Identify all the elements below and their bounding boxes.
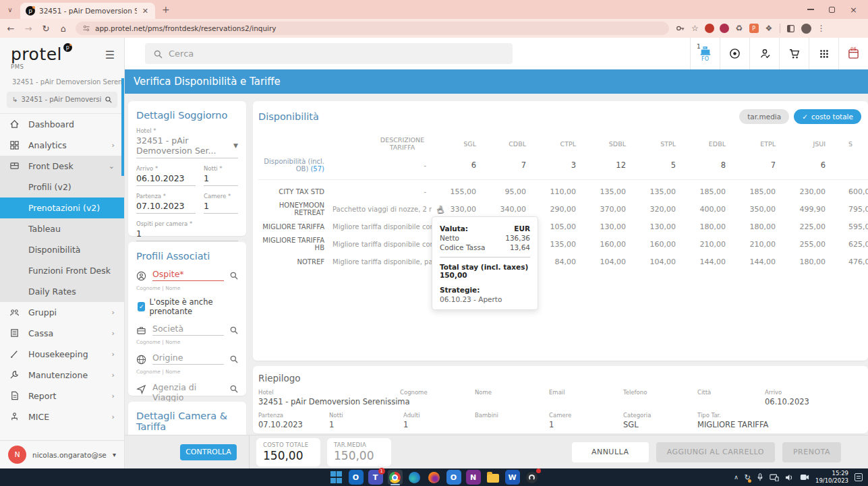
rate-cell[interactable]: 110,00 (531, 187, 581, 196)
rate-cell[interactable]: 210,00 (731, 240, 781, 249)
sidebar-item-analytics[interactable]: Analytics› (0, 135, 124, 156)
sidebar-menu-icon[interactable]: ☰ (105, 49, 115, 61)
forward-icon[interactable]: → (23, 24, 34, 34)
tab-search-icon[interactable]: ∨ (4, 3, 16, 16)
guest-is-booker-checkbox-row[interactable]: ✓L'ospite è anche prenotante (138, 297, 238, 316)
rate-cell[interactable]: 144,00 (731, 257, 781, 266)
rate-cell[interactable]: 290,00 (531, 205, 581, 214)
taskbar-edge[interactable] (407, 470, 422, 485)
calendar-button[interactable]: 06 (838, 38, 868, 69)
sidebar-item-gruppi[interactable]: Gruppi› (0, 302, 124, 323)
sidebar-scrollbar[interactable] (121, 78, 124, 176)
hotel-select[interactable]: 32451 - pAir Demoversion Ser...▼ (136, 134, 238, 158)
bookmark-star-icon[interactable]: ☆ (691, 24, 699, 33)
dark-red-circle-extension[interactable] (720, 24, 729, 33)
camera-icon[interactable] (800, 474, 809, 481)
ospiti-input[interactable]: 1 (136, 227, 238, 241)
profile-field-company[interactable]: Società (136, 324, 238, 337)
rate-cell[interactable]: 185,00 (731, 187, 781, 196)
rate-cell[interactable]: 84,00 (531, 257, 581, 266)
sidebar-item-manutenzione[interactable]: Manutenzione› (0, 365, 124, 386)
taskbar-clock[interactable]: 15:29 19/10/2023 (815, 470, 848, 484)
rate-cell[interactable]: 350,00 (731, 205, 781, 214)
search-icon[interactable] (229, 384, 238, 395)
sidebar-item-report[interactable]: Report› (0, 386, 124, 406)
rate-cell[interactable]: 155,00 (432, 187, 482, 196)
red-circle-extension[interactable] (705, 24, 714, 33)
rate-cell[interactable]: 370,00 (581, 205, 631, 214)
taskbar-obs[interactable] (525, 470, 540, 485)
sidebar-item-daily-rates[interactable]: Daily Rates (0, 281, 124, 302)
rate-cell[interactable]: 320,00 (631, 205, 681, 214)
back-icon[interactable]: ← (5, 24, 16, 34)
browser-menu-icon[interactable]: ⋮ (817, 24, 826, 33)
password-key-icon[interactable] (676, 24, 685, 33)
rate-cell[interactable]: 499,90 (781, 205, 831, 214)
availability-count-link[interactable]: (57) (310, 165, 324, 173)
taskbar-firefox[interactable] (427, 470, 442, 485)
rate-cell[interactable]: 795,0 (831, 205, 868, 214)
rate-cell[interactable]: 180,00 (681, 222, 731, 231)
speaker-icon[interactable] (785, 474, 794, 481)
rate-cell[interactable]: 340,00 (482, 205, 531, 214)
toggle-tar-media[interactable]: tar.media (739, 109, 789, 124)
rate-cell[interactable]: 595,0 (831, 222, 868, 231)
rate-cell[interactable]: 210,00 (681, 240, 731, 249)
home-icon[interactable]: ⌂ (58, 24, 69, 34)
browser-tab[interactable]: p 32451 - pAir Demoversion Sere ✕ (20, 3, 155, 19)
side-panel-icon[interactable] (786, 24, 795, 33)
rate-cell[interactable]: 180,00 (781, 257, 831, 266)
taskbar-chrome[interactable] (388, 470, 403, 485)
recycle-extension[interactable]: ♻ (734, 24, 744, 33)
sidebar-item-cassa[interactable]: Cassa› (0, 323, 124, 344)
rate-cell[interactable]: 625,0 (831, 240, 868, 249)
rate-cell[interactable]: 255,00 (781, 240, 831, 249)
rate-cell[interactable]: 225,00 (781, 222, 831, 231)
window-close-button[interactable]: × (850, 5, 857, 15)
address-bar[interactable]: app.protel.net/pms/frontdesk/reservation… (76, 22, 669, 35)
rate-cell[interactable]: 135,00 (631, 187, 681, 196)
profile-field-origin[interactable]: Origine (136, 353, 238, 367)
annulla-button[interactable]: ANNULLA (572, 442, 649, 462)
camere-input[interactable]: 1 (204, 200, 238, 214)
apps-grid-button[interactable] (809, 38, 838, 69)
rate-cell[interactable]: 135,00 (581, 187, 631, 196)
tray-expand-icon[interactable]: ∧ (734, 474, 739, 481)
sidebar-item-mice[interactable]: MICE› (0, 406, 124, 427)
rate-cell[interactable]: 230,00 (781, 187, 831, 196)
sidebar-item-dashboard[interactable]: Dashboard (0, 114, 124, 135)
partenza-input[interactable]: 07.10.2023 (136, 200, 196, 214)
notification-center-icon[interactable] (855, 473, 863, 481)
rate-cell[interactable]: 185,00 (681, 187, 731, 196)
checkbox-checked-icon[interactable]: ✓ (138, 302, 145, 311)
sidebar-item-funzioni-front-desk[interactable]: Funzioni Front Desk (0, 260, 124, 281)
sidebar-item-disponibilit[interactable]: Disponibilità (0, 239, 124, 260)
profile-check-button[interactable] (749, 38, 779, 69)
hotel-search-input[interactable]: ↳ 32451 - pAir Demoversion Seren... (7, 92, 117, 108)
microphone-icon[interactable] (757, 473, 763, 481)
rate-cell[interactable]: 180,00 (731, 222, 781, 231)
search-icon[interactable] (229, 326, 238, 336)
search-icon[interactable] (229, 355, 238, 365)
taskbar-windows-start[interactable] (329, 470, 344, 485)
orange-p-extension[interactable]: P (749, 24, 759, 33)
taskbar-outlook[interactable]: O (349, 470, 364, 485)
search-icon[interactable] (229, 271, 238, 282)
user-chevron-icon[interactable]: ▾ (113, 451, 116, 458)
rate-cell[interactable]: 600,0 (831, 187, 868, 196)
prenota-button[interactable]: PRENOTA (782, 442, 841, 462)
taskbar-teams[interactable]: T1 (368, 470, 383, 485)
cash-register-button[interactable]: 1 FO (690, 38, 720, 69)
browser-profile-avatar[interactable] (801, 24, 811, 34)
taskbar-file-explorer[interactable] (486, 470, 500, 485)
new-tab-button[interactable]: + (162, 4, 170, 15)
cart-button[interactable] (779, 38, 809, 69)
taskbar-onenote[interactable]: N (466, 470, 481, 485)
display-icon[interactable] (770, 474, 779, 481)
tab-close-icon[interactable]: ✕ (141, 7, 150, 16)
window-minimize-button[interactable] (807, 9, 814, 10)
rate-cell[interactable]: 104,00 (581, 257, 631, 266)
global-search-input[interactable]: Cerca (145, 43, 513, 64)
rate-cell[interactable]: 400,00 (681, 205, 731, 214)
taskbar-outlook-classic[interactable]: O (446, 470, 461, 485)
